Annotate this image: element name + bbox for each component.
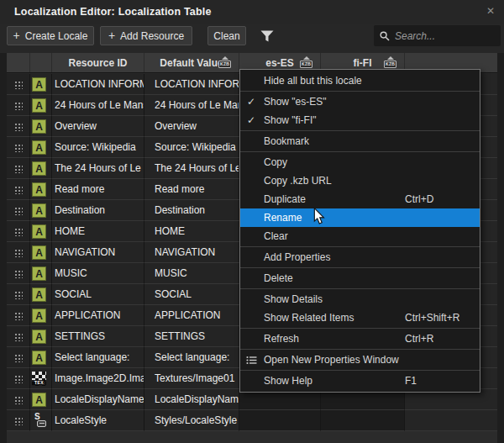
resource-type-icon-cell: TEX: [30, 368, 52, 389]
close-icon[interactable]: ✕: [486, 5, 495, 17]
create-locale-button[interactable]: + Create Locale: [7, 26, 94, 45]
row-drag-handle[interactable]: [7, 95, 30, 116]
resource-id-cell[interactable]: NAVIGATION: [52, 242, 144, 263]
menu-item-open-new-properties-window[interactable]: Open New Properties Window: [240, 351, 480, 369]
resource-id-cell[interactable]: LocaleStyle: [52, 410, 144, 431]
menu-item-bookmark[interactable]: Bookmark: [240, 132, 480, 150]
resource-id-cell[interactable]: Overview: [52, 116, 144, 137]
header-default-value[interactable]: Default Value KZB: [144, 53, 239, 72]
row-drag-handle[interactable]: [7, 179, 30, 200]
row-drag-handle[interactable]: [7, 158, 30, 179]
menu-item-delete[interactable]: Delete: [240, 269, 480, 287]
row-drag-handle[interactable]: [7, 389, 30, 410]
localization-editor-window: Localization Editor: Localization Table …: [0, 0, 504, 443]
resource-type-icon-cell: A: [30, 305, 52, 326]
kzb-export-icon[interactable]: KZB: [384, 56, 398, 69]
search-input[interactable]: [395, 30, 495, 42]
resource-id-cell[interactable]: APPLICATION: [52, 305, 144, 326]
row-drag-handle[interactable]: [7, 242, 30, 263]
menu-separator: [240, 267, 480, 268]
resource-type-icon-cell: S: [30, 410, 52, 431]
resource-id-cell[interactable]: The 24 Hours of Le Mans: [52, 158, 144, 179]
row-drag-handle[interactable]: [7, 326, 30, 347]
resource-id-cell[interactable]: MUSIC: [52, 263, 144, 284]
menu-item-add-properties[interactable]: Add Properties: [240, 248, 480, 266]
resource-id-cell[interactable]: Select language:: [52, 347, 144, 368]
resource-type-icon-cell: A: [30, 221, 52, 242]
menu-item-show-details[interactable]: Show Details: [240, 290, 480, 309]
resource-id-cell[interactable]: Source: Wikipedia: [52, 137, 144, 158]
resource-id-cell[interactable]: HOME: [52, 221, 144, 242]
text-resource-icon: A: [32, 161, 46, 176]
menu-item-label: Clear: [264, 230, 288, 242]
menu-item-hide-all-but-this-locale[interactable]: Hide all but this locale: [240, 71, 480, 90]
header-resource-id[interactable]: Resource ID: [52, 53, 144, 72]
default-value-cell[interactable]: Select language:: [144, 347, 239, 368]
locale-es-es-cell[interactable]: [239, 410, 321, 431]
resource-id-cell[interactable]: LocaleDisplayName: [52, 389, 144, 410]
default-value-cell[interactable]: Styles/LocaleStyle: [144, 410, 239, 431]
default-value-cell[interactable]: Read more: [144, 179, 239, 200]
menu-item-copy-kzb-url[interactable]: Copy .kzb URL: [240, 171, 480, 190]
resource-id-cell[interactable]: Destination: [52, 200, 144, 221]
menu-item-rename[interactable]: Rename: [240, 208, 480, 227]
resource-id-cell[interactable]: Image.Image2D.Image: [52, 368, 144, 389]
resource-id-cell[interactable]: Read more: [52, 179, 144, 200]
default-value-cell[interactable]: Overview: [144, 116, 239, 137]
text-resource-icon: A: [32, 77, 46, 92]
default-value-cell[interactable]: SETTINGS: [144, 326, 239, 347]
default-value-cell[interactable]: LOCATION INFORMATION: [144, 74, 239, 95]
default-value-cell[interactable]: Textures/Image01: [144, 368, 239, 389]
menu-item-refresh[interactable]: RefreshCtrl+R: [240, 330, 480, 348]
row-drag-handle[interactable]: [7, 116, 30, 137]
text-resource-icon: A: [32, 330, 46, 344]
resource-id-cell[interactable]: LOCATION INFORMATION: [52, 74, 144, 95]
create-locale-label: Create Locale: [25, 30, 88, 42]
row-drag-handle[interactable]: [7, 74, 30, 95]
default-value-cell[interactable]: LocaleDisplayName: [144, 389, 239, 410]
row-drag-handle[interactable]: [7, 221, 30, 242]
search-box[interactable]: [374, 25, 501, 46]
locale-fi-fi-cell[interactable]: [321, 410, 405, 431]
menu-item-copy[interactable]: Copy: [240, 153, 480, 171]
resource-id-cell[interactable]: 24 Hours of Le Mans: [52, 95, 144, 116]
row-drag-handle[interactable]: [7, 305, 30, 326]
row-drag-handle[interactable]: [7, 137, 30, 158]
clean-button[interactable]: Clean: [207, 26, 246, 45]
row-drag-handle[interactable]: [7, 200, 30, 221]
default-value-cell[interactable]: Destination: [144, 200, 239, 221]
row-drag-handle[interactable]: [7, 284, 30, 305]
resource-id-cell[interactable]: SOCIAL: [52, 284, 144, 305]
default-value-cell[interactable]: SOCIAL: [144, 284, 239, 305]
menu-item-duplicate[interactable]: DuplicateCtrl+D: [240, 190, 480, 208]
default-value-cell[interactable]: The 24 Hours of Le Mans: [144, 158, 239, 179]
default-value-cell[interactable]: Source: Wikipedia: [144, 137, 239, 158]
default-value-cell[interactable]: 24 Hours of Le Mans: [144, 95, 239, 116]
menu-item-label: Open New Properties Window: [264, 354, 399, 366]
kzb-export-icon[interactable]: KZB: [218, 56, 233, 69]
menu-separator: [240, 246, 480, 247]
menu-item-show-es-es[interactable]: ✓Show "es-ES": [240, 92, 480, 111]
default-value-cell[interactable]: APPLICATION: [144, 305, 239, 326]
resource-type-icon-cell: A: [30, 263, 52, 284]
filter-funnel-icon[interactable]: [260, 29, 275, 43]
header-handle-column: [7, 53, 30, 72]
menu-separator: [240, 349, 480, 350]
plus-icon: +: [13, 29, 20, 42]
resource-id-cell[interactable]: SETTINGS: [52, 326, 144, 347]
row-drag-handle[interactable]: [7, 263, 30, 284]
kzb-export-icon[interactable]: KZB: [300, 56, 314, 69]
menu-item-show-related-items[interactable]: Show Related ItemsCtrl+Shift+R: [240, 309, 480, 327]
table-right-gutter: [497, 53, 504, 443]
menu-item-show-fi-fi[interactable]: ✓Show "fi-FI": [240, 111, 480, 129]
menu-item-show-help[interactable]: Show HelpF1: [240, 372, 480, 390]
default-value-cell[interactable]: NAVIGATION: [144, 242, 239, 263]
text-resource-icon: A: [32, 203, 46, 218]
row-drag-handle[interactable]: [7, 410, 30, 431]
menu-item-clear[interactable]: Clear: [240, 227, 480, 245]
row-drag-handle[interactable]: [7, 347, 30, 368]
default-value-cell[interactable]: MUSIC: [144, 263, 239, 284]
default-value-cell[interactable]: HOME: [144, 221, 239, 242]
add-resource-button[interactable]: + Add Resource: [100, 26, 192, 45]
row-drag-handle[interactable]: [7, 368, 30, 389]
